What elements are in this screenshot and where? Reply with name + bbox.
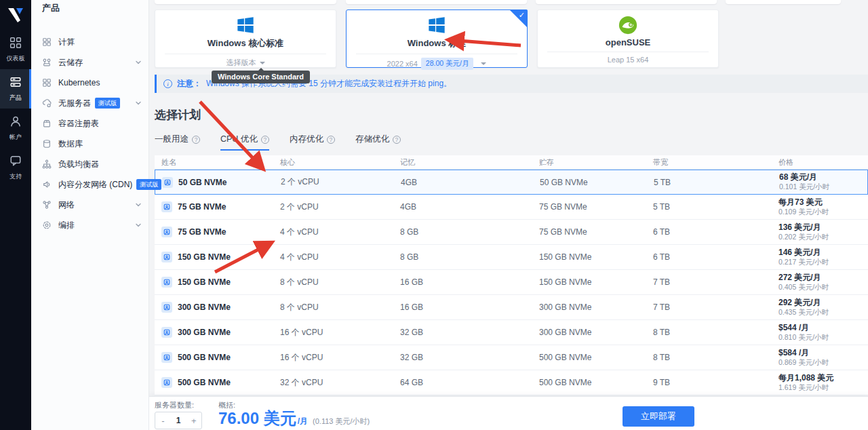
windows-logo-icon [155,15,336,35]
plan-price-hour: 0.869 美元/小时 [778,358,868,367]
sidebar-item-6[interactable]: 数据库 [31,134,149,154]
sidebar-item-3[interactable]: Kubernetes [31,73,149,93]
sidebar-item-label: 无服务器 [58,98,91,109]
tab-1[interactable]: 一般用途? [155,134,200,151]
primary-nav-item-4[interactable]: 支持 [0,148,31,187]
plan-row-1[interactable]: 50 GB NVMe2 个 vCPU4GB50 GB NVMe5 TB68 美元… [155,170,868,195]
plan-memory: 4GB [393,202,532,212]
plan-memory: 16 GB [393,302,532,312]
os-tooltip: Windows Core Standard [212,71,310,83]
os-card-windows-standard[interactable]: ✓ Windows 标准 2022 x64 28.00 美元/月 [346,9,528,68]
main-content: Windows 核心标准 选择版本 ✓ Windows 标准 [149,0,868,430]
sidebar-item-1[interactable]: 计算 [31,32,149,52]
card-divider [356,54,517,54]
dashboard-icon [9,37,22,52]
plan-bandwidth: 8 TB [646,328,772,337]
secondary-nav-list: 计算云储存Kubernetes无服务器测试版容器注册表数据库负载均衡器内容分发网… [31,32,149,235]
version-select-label: 选择版本 [226,58,256,68]
plan-memory: 8 GB [393,252,532,262]
load-balancer-icon [42,159,52,169]
increment-button[interactable]: + [186,416,201,426]
cloud-storage-icon [42,58,52,67]
tab-3[interactable]: 内存优化? [290,134,335,151]
plan-price-month: $584 /月 [778,348,868,358]
plan-name: 50 GB NVMe [178,178,226,187]
plan-memory: 4GB [394,178,533,187]
primary-nav-item-1[interactable]: 仪表板 [0,30,31,69]
card-divider [165,54,326,54]
plan-row-7[interactable]: 300 GB NVMe16 个 vCPU32 GB300 GB NVMe8 TB… [155,320,868,345]
column-header: 贮存 [532,157,646,168]
os-card-title: openSUSE [538,37,718,47]
plan-bandwidth: 7 TB [646,277,772,287]
help-icon[interactable]: ? [393,136,401,144]
help-icon[interactable]: ? [327,136,335,144]
serverless-icon [42,98,52,108]
chevron-down-icon [260,62,265,64]
sidebar-item-label: 负载均衡器 [58,159,99,170]
plan-price-hour: 0.810 美元/小时 [778,333,868,342]
plan-row-5[interactable]: 150 GB NVMe8 个 vCPU16 GB150 GB NVMe7 TB2… [155,270,868,295]
plan-bandwidth: 8 TB [646,353,772,362]
primary-nav-item-2[interactable]: 产品 [0,69,31,109]
column-header: 姓名 [155,157,273,168]
quantity-stepper[interactable]: - 1 + [155,412,202,429]
products-icon [9,76,22,91]
plan-icon [161,201,172,212]
plan-bandwidth: 6 TB [646,227,772,237]
vultr-logo[interactable] [0,0,31,30]
sidebar-item-8[interactable]: 内容分发网络 (CDN)测试版 [31,174,149,195]
sidebar-item-label: 内容分发网络 (CDN) [58,179,132,191]
deploy-button[interactable]: 立即部署 [623,406,694,427]
tab-label: 一般用途 [155,134,189,145]
column-header: 核心 [273,157,393,168]
plan-price-hour: 0.202 美元/小时 [778,233,868,241]
plan-row-3[interactable]: 75 GB NVMe4 个 vCPU8 GB75 GB NVMe6 TB136 … [155,220,868,245]
quantity-value[interactable]: 1 [171,416,186,425]
plan-bandwidth: 5 TB [647,178,772,187]
version-select-dropdown[interactable]: 2022 x64 28.00 美元/月 [347,58,527,70]
tab-4[interactable]: 存储优化? [355,134,401,151]
plan-price-month: $544 /月 [778,323,868,333]
sidebar-item-4[interactable]: 无服务器测试版 [31,93,149,113]
plan-icon [161,352,172,363]
plan-icon [161,377,172,388]
plan-cores: 2 个 vCPU [274,176,394,188]
sidebar-item-label: 编排 [58,220,75,231]
table-header-row: 姓名核心记忆贮存带宽价格 [155,155,868,170]
plan-storage: 150 GB NVMe [532,277,646,287]
plan-row-4[interactable]: 150 GB NVMe4 个 vCPU8 GB150 GB NVMe6 TB14… [155,245,868,270]
plan-storage: 75 GB NVMe [532,202,646,212]
plan-price-month: 272 美元/月 [778,273,868,283]
plan-row-6[interactable]: 300 GB NVMe8 个 vCPU16 GB300 GB NVMe7 TB2… [155,295,868,320]
decrement-button[interactable]: - [155,416,171,426]
plan-row-8[interactable]: 500 GB NVMe16 个 vCPU32 GB500 GB NVMe8 TB… [155,345,868,370]
network-icon [42,200,52,210]
help-icon[interactable]: ? [261,136,269,144]
plan-row-9[interactable]: 500 GB NVMe32 个 vCPU64 GB500 GB NVMe9 TB… [155,370,868,395]
scrolled-card-remnant [155,0,336,4]
plan-row-2[interactable]: 75 GB NVMe2 个 vCPU4GB75 GB NVMe5 TB每月73 … [155,195,868,220]
sidebar-item-9[interactable]: 网络 [31,195,149,215]
chevron-down-icon [135,100,142,106]
sidebar-item-5[interactable]: 容器注册表 [31,113,149,134]
plan-price-month: 146 美元/月 [778,248,868,258]
plan-bandwidth: 6 TB [646,252,772,262]
sidebar-item-7[interactable]: 负载均衡器 [31,154,149,174]
sidebar-item-2[interactable]: 云储存 [31,52,149,73]
plan-icon [161,252,172,262]
tab-2[interactable]: CPU 优化? [220,134,269,151]
secondary-sidebar-title: 产品 [31,0,149,14]
sidebar-item-10[interactable]: 编排 [31,215,149,235]
os-card-title: Windows 核心标准 [155,37,336,50]
version-select-dropdown[interactable]: 选择版本 [155,58,336,68]
primary-nav-item-3[interactable]: 帐户 [0,109,31,148]
os-card-windows-core-standard[interactable]: Windows 核心标准 选择版本 [155,9,336,68]
sidebar-item-label: 网络 [58,199,75,211]
check-icon: ✓ [519,11,525,20]
column-header: 记忆 [393,157,532,168]
plan-cores: 2 个 vCPU [273,201,393,213]
os-card-opensuse[interactable]: openSUSE Leap 15 x64 [537,9,719,68]
plan-icon [161,227,172,237]
help-icon[interactable]: ? [192,136,200,144]
